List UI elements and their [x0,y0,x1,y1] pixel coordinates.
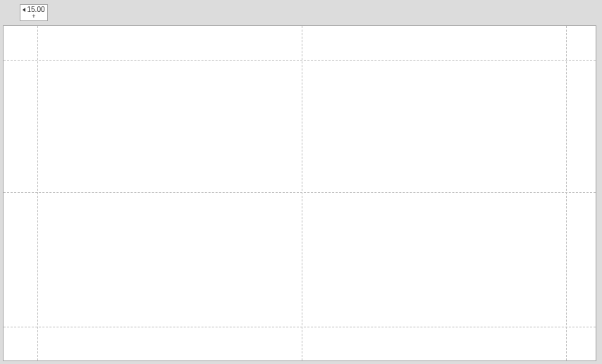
grid-line-horizontal [4,327,596,327]
measurement-extra: + [32,13,35,20]
arrow-left-icon [23,8,25,12]
grid-line-vertical [566,26,567,360]
grid-line-horizontal [4,192,596,193]
measurement-value: 15.00 [27,6,44,13]
measurement-widget[interactable]: 15.00 + [20,4,48,21]
grid-line-vertical [302,26,302,360]
grid-line-vertical [37,26,38,360]
grid-line-horizontal [4,60,596,61]
drawing-canvas[interactable] [3,25,596,361]
